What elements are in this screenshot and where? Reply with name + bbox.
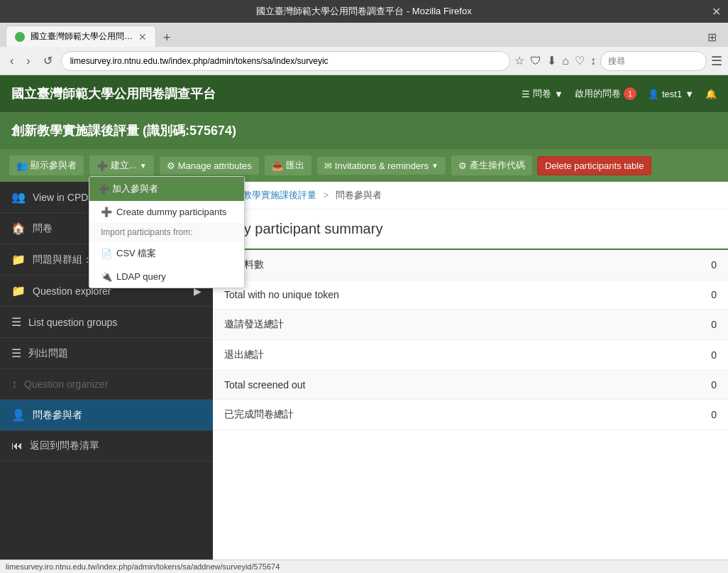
sidebar-item-return-to-list[interactable]: ⏮ 返回到問卷清單 (0, 431, 213, 462)
forward-button[interactable]: › (22, 52, 34, 70)
shield-icon[interactable]: 🛡 (530, 55, 541, 67)
create-dummy-item[interactable]: ➕ Create dummy participants (89, 201, 244, 223)
delete-table-button[interactable]: Delete participants table (537, 156, 651, 175)
status-bar: limesurvey.iro.ntnu.edu.tw/index.php/adm… (0, 560, 728, 573)
status-url: limesurvey.iro.ntnu.edu.tw/index.php/adm… (6, 562, 280, 571)
export-icon: 📤 (272, 160, 283, 171)
summary-row-value: 0 (640, 340, 728, 371)
tab-label: 國立臺灣師範大學公用問… (31, 31, 133, 43)
dropdown-header-add-participant[interactable]: ➕ 加入參與者 (89, 177, 244, 201)
toolbar: 👥 顯示參與者 ➕ 建立... ▼ ➕ 加入參與者 ➕ Create dummy… (0, 149, 728, 182)
sidebar-item-label-cpdb: View in CPDB (33, 192, 95, 203)
survey-title: 創新教學實施課後評量 (識別碼:575674) (11, 122, 236, 139)
app-header-right: ☰ 問卷 ▼ 啟用的問卷 1 👤 test1 ▼ 🔔 (522, 87, 717, 100)
cpdb-icon: 👥 (11, 190, 26, 204)
tab-favicon (15, 32, 25, 42)
breadcrumb-separator: > (324, 190, 329, 200)
return-icon: ⏮ (11, 440, 23, 452)
summary-row-value: 0 (640, 250, 728, 280)
participants-icon: 👤 (11, 408, 26, 422)
invitations-dropdown-arrow: ▼ (431, 162, 439, 170)
sidebar-item-label-question-groups: 問題與群組： (33, 253, 92, 266)
breadcrumb-current: 問卷參與者 (336, 190, 382, 200)
csv-icon: 📄 (101, 249, 112, 259)
build-dropdown-button[interactable]: ➕ 建立... ▼ (89, 155, 155, 176)
sidebar-item-list-questions[interactable]: ☰ 列出問題 (0, 338, 213, 369)
browser-tab[interactable]: 國立臺灣師範大學公用問… ✕ (6, 26, 156, 47)
summary-row-label: Total with no unique token (213, 280, 640, 310)
download-icon[interactable]: ⬇ (547, 54, 556, 67)
bookmark-icon[interactable]: ☆ (514, 54, 524, 67)
browser-tab-bar: 國立臺灣師範大學公用問… ✕ + ⊞ (0, 23, 728, 47)
app-title: 國立臺灣師範大學公用問卷調查平台 (11, 85, 216, 102)
table-row: 退出總計 0 (213, 340, 728, 371)
summary-row-value: 0 (640, 371, 728, 400)
create-dummy-icon: ➕ (101, 207, 112, 217)
address-bar: ‹ › ↺ ☆ 🛡 ⬇ ⌂ ♡ ↕ ☰ (0, 47, 728, 75)
sync-icon[interactable]: ↕ (590, 55, 596, 67)
organizer-icon: ↕ (11, 378, 17, 391)
tokens-icon: ⚙ (458, 160, 467, 171)
export-button[interactable]: 📤 匯出 (264, 155, 312, 176)
summary-row-label: 已完成問卷總計 (213, 400, 640, 430)
active-surveys-badge: 1 (624, 87, 636, 100)
survey-menu-button[interactable]: ☰ 問卷 ▼ (522, 87, 563, 100)
summary-heading: rvey participant summary (224, 221, 382, 236)
summary-row-label: Total screened out (213, 371, 640, 400)
security-icon[interactable]: ♡ (575, 54, 585, 67)
ldap-import-item[interactable]: 🔌 LDAP query (89, 266, 244, 288)
notifications-button[interactable]: 🔔 (705, 89, 717, 99)
import-section-label: Import participants from: (89, 223, 244, 241)
email-icon: ✉ (324, 160, 332, 171)
summary-row-value: 0 (640, 400, 728, 430)
grid-icon[interactable]: ⊞ (707, 31, 717, 44)
list-groups-icon: ☰ (11, 315, 21, 329)
folder-icon: 📁 (11, 253, 26, 266)
address-bar-icons: ☆ 🛡 ⬇ ⌂ ♡ ↕ (514, 54, 596, 67)
sidebar-item-label-list-questions: 列出問題 (28, 347, 68, 360)
csv-import-item[interactable]: 📄 CSV 檔案 (89, 241, 244, 266)
explorer-icon: 📁 (11, 284, 26, 298)
summary-row-value: 0 (640, 280, 728, 310)
sidebar-item-label-list-groups: List question groups (28, 317, 117, 328)
new-tab-button[interactable]: + (159, 29, 175, 47)
table-row: Total screened out 0 (213, 371, 728, 400)
show-participants-button[interactable]: 👥 顯示參與者 (9, 155, 84, 176)
sidebar-item-survey-participants[interactable]: 👤 問卷參與者 (0, 400, 213, 431)
browser-close-button[interactable]: ✕ (712, 5, 721, 18)
sidebar-item-label-organizer: Question organizer (24, 378, 108, 390)
sidebar-item-label-participants: 問卷參與者 (33, 409, 82, 422)
back-button[interactable]: ‹ (6, 52, 18, 70)
user-menu-button[interactable]: 👤 test1 ▼ (648, 89, 694, 99)
plus-circle-icon: ➕ (98, 183, 109, 194)
home-icon[interactable]: ⌂ (562, 55, 569, 67)
app-header: 國立臺灣師範大學公用問卷調查平台 ☰ 問卷 ▼ 啟用的問卷 1 👤 test1 … (0, 75, 728, 112)
active-surveys-button[interactable]: 啟用的問卷 1 (575, 87, 636, 100)
summary-title: rvey participant summary (213, 209, 728, 250)
browser-search-input[interactable] (600, 51, 707, 71)
sidebar-item-list-question-groups[interactable]: ☰ List question groups (0, 307, 213, 338)
table-row: 邀請發送總計 0 (213, 310, 728, 340)
user-dropdown-arrow: ▼ (685, 89, 694, 99)
sidebar-item-question-organizer: ↕ Question organizer (0, 369, 213, 400)
address-input[interactable] (61, 51, 511, 71)
sidebar-item-label-return: 返回到問卷清單 (30, 440, 99, 452)
invitations-button[interactable]: ✉ Invitations & reminders ▼ (316, 156, 446, 175)
build-dropdown-arrow: ▼ (140, 162, 147, 170)
build-dropdown-wrapper: ➕ 建立... ▼ ➕ 加入參與者 ➕ Create dummy partici… (89, 155, 155, 176)
manage-attributes-button[interactable]: ⚙ Manage attributes (159, 156, 260, 175)
tab-close-button[interactable]: ✕ (138, 31, 147, 43)
plus-icon: ➕ (96, 160, 108, 171)
browser-title: 國立臺灣師範大學公用問卷調查平台 - Mozilla Firefox (256, 5, 471, 18)
summary-row-value: 0 (640, 310, 728, 340)
build-dropdown-menu: ➕ 加入參與者 ➕ Create dummy participants Impo… (89, 176, 245, 288)
generate-tokens-button[interactable]: ⚙ 產生操作代碼 (451, 155, 533, 176)
list-questions-icon: ☰ (11, 346, 21, 360)
survey-title-bar: 創新教學實施課後評量 (識別碼:575674) (0, 112, 728, 149)
menu-icon[interactable]: ☰ (711, 53, 722, 69)
summary-row-label: 總資料數 (213, 250, 640, 280)
content-area: 創新教學實施課後評量 > 問卷參與者 rvey participant summ… (213, 182, 728, 573)
summary-row-label: 邀請發送總計 (213, 310, 640, 340)
reload-button[interactable]: ↺ (39, 51, 57, 70)
summary-table: 總資料數 0 Total with no unique token 0 邀請發送… (213, 250, 728, 430)
